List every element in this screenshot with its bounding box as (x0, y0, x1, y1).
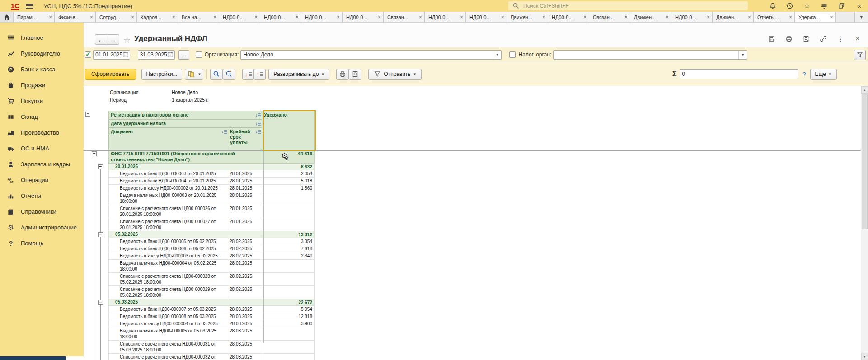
report-doc-row[interactable]: Списание с расчетного счета НД00-000029 … (85, 286, 492, 299)
report-date-row[interactable]: −05.02.202513 312 (85, 231, 492, 238)
tab-item[interactable]: НД00-0...× (260, 12, 301, 22)
print-button[interactable] (336, 69, 349, 80)
home-tab[interactable] (0, 12, 14, 22)
tab-close-icon[interactable]: × (501, 14, 504, 20)
report-doc-row[interactable]: Выдача наличных НД00-000004 от 05.02.202… (85, 260, 492, 273)
scrollbar-thumb[interactable] (862, 94, 868, 229)
report-doc-row[interactable]: Списание с расчетного счета НД00-000032 … (85, 354, 492, 360)
organization-combo[interactable]: Новое Дело ▼ (240, 50, 502, 60)
deadline-cell[interactable]: 28.03.2025 (228, 341, 262, 354)
preview-icon[interactable] (802, 35, 810, 43)
tab-close-icon[interactable]: × (90, 14, 93, 20)
tab-item[interactable]: Сотруд...× (96, 12, 137, 22)
report-doc-row[interactable]: Ведомость в банк НД00-000008 от 05.03.20… (85, 313, 492, 320)
amount-cell[interactable] (262, 327, 315, 341)
amount-cell[interactable]: 3 354 (262, 238, 315, 245)
scroll-up-icon[interactable]: ▲ (861, 86, 868, 94)
document-cell[interactable]: Списание с расчетного счета НД00-000029 … (108, 286, 228, 299)
report-doc-row[interactable]: Выдача наличных НД00-000003 от 20.01.202… (85, 192, 492, 205)
expand-to-button[interactable]: Разворачивать до▼ (268, 69, 329, 80)
amount-cell[interactable] (262, 192, 315, 205)
report-doc-row[interactable]: Ведомость в кассу НД00-000003 от 05.02.2… (85, 252, 492, 260)
sidebar-item-операции[interactable]: ДтКтОперации (0, 172, 84, 188)
amount-cell[interactable]: 2 054 (262, 170, 315, 178)
deadline-cell[interactable]: 28.02.2025 (228, 245, 262, 252)
global-search-input[interactable]: Поиск Ctrl+Shift+F (508, 1, 748, 10)
report-doc-row[interactable]: Ведомость в банк НД00-000005 от 05.02.20… (85, 238, 492, 245)
date-total-cell[interactable]: 8 632 (262, 164, 315, 170)
tab-item[interactable]: Движен...× (630, 12, 671, 22)
collapse-outer-button[interactable]: − (85, 112, 90, 117)
tab-item[interactable]: Физиче...× (55, 12, 96, 22)
notifications-icon[interactable] (769, 2, 777, 10)
deadline-cell[interactable]: 28.01.2025 (228, 185, 262, 192)
generate-button[interactable]: Сформировать (85, 69, 136, 80)
minimize-icon[interactable]: – (819, 2, 827, 10)
document-cell[interactable]: Списание с расчетного счета НД00-000031 … (108, 341, 228, 354)
deadline-cell[interactable]: 28.02.2025 (228, 238, 262, 245)
amount-cell[interactable]: 5 954 (262, 306, 315, 313)
sidebar-item-банк-и-касса[interactable]: РБанк и касса (0, 61, 84, 77)
tab-close-icon[interactable]: × (707, 14, 710, 20)
tab-item[interactable]: Связан...× (384, 12, 425, 22)
save-icon[interactable] (768, 35, 776, 43)
sum-field[interactable] (680, 69, 798, 79)
help-link[interactable]: ? (802, 71, 806, 78)
sort-icon[interactable]: ↓ (255, 121, 261, 126)
deadline-cell[interactable]: 28.01.2025 (228, 178, 262, 185)
amount-cell[interactable]: 5 018 (262, 178, 315, 185)
tab-item[interactable]: Отчеты...× (754, 12, 795, 22)
deadline-cell[interactable]: 28.03.2025 (228, 306, 262, 313)
tab-item[interactable]: НД00-0...× (548, 12, 589, 22)
amount-cell[interactable] (262, 354, 315, 360)
document-cell[interactable]: Ведомость в банк НД00-000007 от 05.03.20… (108, 306, 228, 313)
tab-close-icon[interactable]: × (213, 14, 216, 20)
sidebar-item-помощь[interactable]: ?Помощь (0, 235, 84, 251)
sidebar-item-администрирование[interactable]: ⚙Администрирование (0, 220, 84, 235)
period-checkbox[interactable] (85, 51, 91, 58)
collapse-groups-button[interactable]: ↓ (242, 69, 254, 80)
tab-close-icon[interactable]: × (378, 14, 381, 20)
document-cell[interactable]: Списание с расчетного счета НД00-000027 … (108, 218, 228, 231)
document-cell[interactable]: Ведомость в кассу НД00-000003 от 05.02.2… (108, 252, 228, 260)
amount-cell[interactable] (262, 205, 315, 218)
hamburger-menu-icon[interactable] (26, 4, 33, 9)
restore-icon[interactable] (837, 2, 845, 10)
sidebar-item-руководителю[interactable]: Руководителю (0, 46, 84, 61)
tab-item[interactable]: НД00-0...× (343, 12, 384, 22)
document-cell[interactable]: Списание с расчетного счета НД00-000026 … (108, 205, 228, 218)
amount-cell[interactable] (262, 341, 315, 354)
date-total-cell[interactable]: 13 312 (262, 231, 315, 238)
report-doc-row[interactable]: Ведомость в банк НД00-000004 от 20.01.20… (85, 178, 492, 185)
date-group-cell[interactable]: 20.01.2025 (108, 164, 262, 170)
tab-close-icon[interactable]: × (49, 14, 52, 20)
tab-close-icon[interactable]: × (583, 14, 586, 20)
deadline-cell[interactable]: 28.03.2025 (228, 320, 262, 327)
deadline-cell[interactable]: 28.02.2025 (228, 252, 262, 260)
document-cell[interactable]: Выдача наличных НД00-000003 от 20.01.202… (108, 192, 228, 205)
favorites-icon[interactable]: ☆ (803, 2, 811, 10)
tab-close-icon[interactable]: × (460, 14, 463, 20)
send-button[interactable]: Отправить▼ (368, 69, 421, 80)
tab-item[interactable]: Парам...× (14, 12, 55, 22)
calendar-icon[interactable] (122, 51, 129, 58)
forward-button[interactable]: → (107, 34, 119, 45)
tab-item[interactable]: НД00-0...× (425, 12, 466, 22)
amount-cell[interactable]: 1 560 (262, 185, 315, 192)
sidebar-item-отчеты[interactable]: Отчеты (0, 188, 84, 204)
sidebar-item-ос-и-нма[interactable]: ОС и НМА (0, 140, 84, 156)
deadline-cell[interactable]: 28.01.2025 (228, 205, 262, 218)
document-cell[interactable]: Ведомость в банк НД00-000006 от 05.02.20… (108, 245, 228, 252)
header-withheld[interactable]: Удержано (262, 111, 315, 150)
document-cell[interactable]: Ведомость в банк НД00-000003 от 20.01.20… (108, 170, 228, 178)
report-doc-row[interactable]: Списание с расчетного счета НД00-000026 … (85, 205, 492, 218)
find-reset-button[interactable] (223, 69, 235, 80)
document-cell[interactable]: Ведомость в банк НД00-000004 от 20.01.20… (108, 178, 228, 185)
date-group-cell[interactable]: 05.02.2025 (108, 231, 262, 238)
amount-cell[interactable]: 7 618 (262, 245, 315, 252)
deadline-cell[interactable]: 28.01.2025 (228, 170, 262, 178)
deadline-cell[interactable]: 28.03.2025 (228, 354, 262, 360)
header-deadline[interactable]: Крайний срок уплаты↓ (228, 128, 262, 150)
report-doc-row[interactable]: Выдача наличных НД00-000005 от 05.03.202… (85, 327, 492, 341)
sort-icon[interactable]: ↓ (221, 129, 227, 134)
